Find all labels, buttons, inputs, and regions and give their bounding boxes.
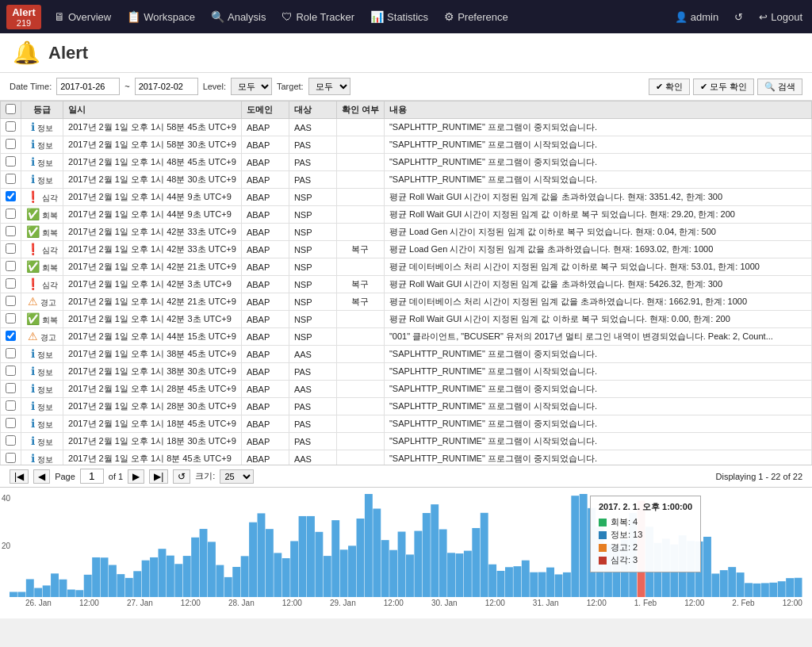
row-content: "SAPLHTTP_RUNTIME" 프로그램이 시작되었습니다. xyxy=(384,136,811,154)
row-checkbox[interactable] xyxy=(1,119,21,136)
table-row[interactable]: ✅ 회복 2017년 2월 1일 오후 1시 42분 3초 UTC+9 ABAP… xyxy=(1,311,812,328)
svg-rect-61 xyxy=(513,566,521,597)
x-label-12-2: 12:00 xyxy=(181,599,201,607)
level-badge: ✅ xyxy=(26,260,40,273)
target-select[interactable]: 모두 NSP PAS AAS xyxy=(308,78,350,95)
page-of: of 1 xyxy=(109,472,123,481)
nav-item-statistics[interactable]: 📊 Statistics xyxy=(364,7,435,26)
table-row[interactable]: ℹ 정보 2017년 2월 1일 오후 1시 38분 30초 UTC+9 ABA… xyxy=(1,363,812,381)
nav-item-preference[interactable]: ⚙ Preference xyxy=(438,7,515,26)
row-checkbox[interactable] xyxy=(1,381,21,398)
row-level: ℹ 정보 xyxy=(21,119,63,136)
table-row[interactable]: ❗ 심각 2017년 2월 1일 오후 1시 44분 9초 UTC+9 ABAP… xyxy=(1,189,812,206)
table-row[interactable]: ✅ 회복 2017년 2월 1일 오후 1시 42분 33초 UTC+9 ABA… xyxy=(1,224,812,241)
level-select[interactable]: 모두 정보 경고 심각 회복 xyxy=(231,78,272,95)
page-input[interactable] xyxy=(80,469,104,484)
table-row[interactable]: ℹ 정보 2017년 2월 1일 오후 1시 28분 45초 UTC+9 ABA… xyxy=(1,381,812,398)
row-checkbox[interactable] xyxy=(1,311,21,328)
svg-rect-51 xyxy=(431,504,439,597)
nav-item-overview[interactable]: 🖥 Overview xyxy=(48,7,117,26)
table-row[interactable]: ℹ 정보 2017년 2월 1일 오후 1시 38분 45초 UTC+9 ABA… xyxy=(1,346,812,363)
bar-chart xyxy=(10,494,802,597)
row-checkbox[interactable] xyxy=(1,258,21,276)
next-page-button[interactable]: ▶ xyxy=(128,469,144,484)
row-checkbox[interactable] xyxy=(1,276,21,293)
row-level: ℹ 정보 xyxy=(21,398,63,415)
alert-nav-label: Alert xyxy=(12,6,36,18)
row-checkbox[interactable] xyxy=(1,433,21,450)
table-row[interactable]: ℹ 정보 2017년 2월 1일 오후 1시 48분 45초 UTC+9 ABA… xyxy=(1,154,812,171)
x-label-29jan: 29. Jan xyxy=(330,599,356,607)
confirm-button[interactable]: ✔ 확인 xyxy=(649,78,690,95)
level-text: 정보 xyxy=(37,438,53,446)
table-row[interactable]: ℹ 정보 2017년 2월 1일 오후 1시 48분 30초 UTC+9 ABA… xyxy=(1,171,812,189)
logout-button[interactable]: ↩ Logout xyxy=(756,8,806,26)
row-target: PAS xyxy=(289,398,336,415)
page-size-select[interactable]: 25 50 100 xyxy=(220,469,254,484)
svg-rect-59 xyxy=(497,571,505,597)
row-checkbox[interactable] xyxy=(1,241,21,258)
alert-nav-box[interactable]: Alert 219 xyxy=(6,5,41,29)
row-time: 2017년 2월 1일 오후 1시 18분 30초 UTC+9 xyxy=(63,433,242,450)
table-row[interactable]: ℹ 정보 2017년 2월 1일 오후 1시 28분 30초 UTC+9 ABA… xyxy=(1,398,812,415)
level-badge: ℹ xyxy=(31,400,35,412)
row-checkbox[interactable] xyxy=(1,154,21,171)
row-time: 2017년 2월 1일 오후 1시 58분 45초 UTC+9 xyxy=(63,119,242,136)
first-page-button[interactable]: |◀ xyxy=(10,469,29,484)
level-text: 정보 xyxy=(37,368,53,377)
row-checkbox[interactable] xyxy=(1,136,21,154)
level-badge: ℹ xyxy=(31,365,35,377)
nav-item-analysis[interactable]: 🔍 Analysis xyxy=(205,7,272,26)
date-to-input[interactable] xyxy=(135,78,198,95)
svg-rect-28 xyxy=(241,556,249,597)
refresh-button[interactable]: ↺ xyxy=(731,8,746,26)
page-title: Alert xyxy=(48,43,88,63)
date-from-input[interactable] xyxy=(56,78,120,95)
nav-item-role-tracker[interactable]: 🛡 Role Tracker xyxy=(275,7,361,26)
row-checkbox[interactable] xyxy=(1,346,21,363)
row-checkbox[interactable] xyxy=(1,398,21,415)
last-page-button[interactable]: ▶| xyxy=(149,469,168,484)
table-row[interactable]: ❗ 심각 2017년 2월 1일 오후 1시 42분 33초 UTC+9 ABA… xyxy=(1,241,812,258)
row-checkbox[interactable] xyxy=(1,415,21,433)
refresh-page-button[interactable]: ↺ xyxy=(173,469,190,484)
row-checkbox[interactable] xyxy=(1,363,21,381)
svg-rect-48 xyxy=(406,554,414,597)
level-text: 심각 xyxy=(42,246,58,255)
svg-rect-73 xyxy=(612,546,620,597)
table-row[interactable]: ⚠ 경고 2017년 2월 1일 오후 1시 42분 21초 UTC+9 ABA… xyxy=(1,293,812,311)
table-row[interactable]: ✅ 회복 2017년 2월 1일 오후 1시 42분 21초 UTC+9 ABA… xyxy=(1,258,812,276)
level-badge: ✅ xyxy=(26,208,40,220)
table-row[interactable]: ℹ 정보 2017년 2월 1일 오후 1시 8분 45초 UTC+9 ABAP… xyxy=(1,450,812,466)
row-content: "SAPLHTTP_RUNTIME" 프로그램이 중지되었습니다. xyxy=(384,450,811,466)
table-row[interactable]: ✅ 회복 2017년 2월 1일 오후 1시 44분 9초 UTC+9 ABAP… xyxy=(1,206,812,224)
svg-rect-81 xyxy=(679,535,687,597)
col-header-confirmed: 확인 여부 xyxy=(336,101,384,119)
search-button[interactable]: 🔍 검색 xyxy=(757,78,802,95)
table-row[interactable]: ❗ 심각 2017년 2월 1일 오후 1시 42분 3초 UTC+9 ABAP… xyxy=(1,276,812,293)
svg-rect-9 xyxy=(84,575,92,597)
row-checkbox[interactable] xyxy=(1,224,21,241)
level-badge: ℹ xyxy=(31,138,35,151)
row-checkbox[interactable] xyxy=(1,328,21,346)
table-row[interactable]: ⚠ 경고 2017년 2월 1일 오후 1시 44분 15초 UTC+9 ABA… xyxy=(1,328,812,346)
table-row[interactable]: ℹ 정보 2017년 2월 1일 오후 1시 58분 30초 UTC+9 ABA… xyxy=(1,136,812,154)
confirm-all-button[interactable]: ✔ 모두 확인 xyxy=(693,78,754,95)
row-checkbox[interactable] xyxy=(1,450,21,466)
svg-rect-27 xyxy=(232,567,240,597)
table-row[interactable]: ℹ 정보 2017년 2월 1일 오후 1시 18분 45초 UTC+9 ABA… xyxy=(1,415,812,433)
nav-item-workspace[interactable]: 📋 Workspace xyxy=(121,7,201,26)
row-checkbox[interactable] xyxy=(1,171,21,189)
row-domain: ABAP xyxy=(241,224,289,241)
row-checkbox[interactable] xyxy=(1,189,21,206)
table-row[interactable]: ℹ 정보 2017년 2월 1일 오후 1시 58분 45초 UTC+9 ABA… xyxy=(1,119,812,136)
alert-nav-count: 219 xyxy=(17,18,31,28)
row-checkbox[interactable] xyxy=(1,293,21,311)
level-badge: ❗ xyxy=(26,243,40,255)
x-label-12-3: 12:00 xyxy=(282,599,302,607)
prev-page-button[interactable]: ◀ xyxy=(33,469,50,484)
select-all-checkbox[interactable] xyxy=(6,104,16,114)
row-checkbox[interactable] xyxy=(1,206,21,224)
row-confirmed xyxy=(336,171,384,189)
table-row[interactable]: ℹ 정보 2017년 2월 1일 오후 1시 18분 30초 UTC+9 ABA… xyxy=(1,433,812,450)
